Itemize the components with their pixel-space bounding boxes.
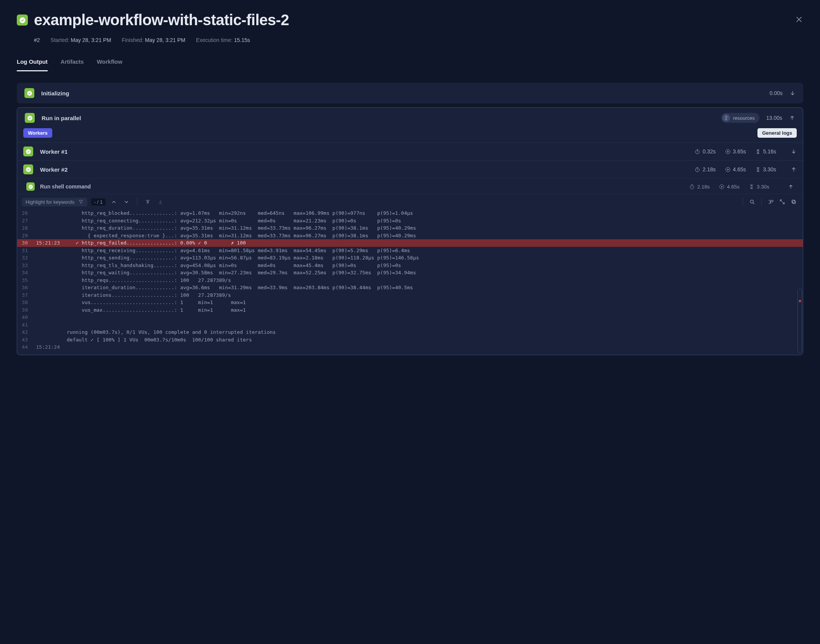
step-duration: 0.00s xyxy=(770,90,783,96)
step-run-in-parallel: Run in parallel 2 resources 13.00s Worke… xyxy=(17,107,803,355)
status-success-icon xyxy=(25,113,35,123)
collapse-icon[interactable] xyxy=(778,184,794,190)
status-success-icon xyxy=(17,14,28,26)
meta-bar: #2 Started: May 28, 3:21 PM Finished: Ma… xyxy=(17,37,803,43)
close-icon xyxy=(795,15,803,24)
expand-icon xyxy=(779,199,785,205)
highlight-keywords-input[interactable]: Highlight for keywords xyxy=(22,198,87,206)
metric-run-time: 4.65s xyxy=(725,166,746,172)
worker-title: Worker #1 xyxy=(40,148,688,155)
metric-total-time: 3.30s xyxy=(749,184,769,190)
worker-row[interactable]: Worker #10.32s3.65s5.16s xyxy=(17,142,803,160)
log-line: 32 http_req_sending...............: avg=… xyxy=(17,254,803,262)
search-page-indicator: - / 1 xyxy=(91,198,106,206)
page-title: example-workflow-with-static-files-2 xyxy=(34,11,289,29)
next-match-button[interactable] xyxy=(122,198,131,206)
metric-queue-time: 0.32s xyxy=(695,148,715,155)
worker-title: Worker #2 xyxy=(40,166,688,173)
stopwatch-icon xyxy=(689,184,695,190)
step-duration: 13.00s xyxy=(766,115,782,121)
metric-run-time: 4.65s xyxy=(719,184,740,190)
run-number: #2 xyxy=(34,37,40,43)
scroll-bottom-button[interactable] xyxy=(156,198,165,206)
metric-total-time: 5.16s xyxy=(755,148,776,155)
tab-bar: Log Output Artifacts Workflow xyxy=(17,58,803,71)
collapse-icon[interactable] xyxy=(789,115,795,121)
tab-artifacts[interactable]: Artifacts xyxy=(61,58,84,71)
log-line: 39 vus_max........................: 1 mi… xyxy=(17,306,803,314)
expand-icon[interactable] xyxy=(785,148,797,155)
hourglass-icon xyxy=(749,184,754,190)
log-line: 28 http_req_duration..............: avg=… xyxy=(17,224,803,232)
log-line: 3015:21:23 ✓ http_req_failed............… xyxy=(17,239,803,247)
fullscreen-button[interactable] xyxy=(778,197,787,206)
step-initializing[interactable]: Initializing 0.00s xyxy=(17,83,803,103)
log-line: 33 http_req_tls_handshaking.......: avg=… xyxy=(17,262,803,269)
metric-queue-time: 2.18s xyxy=(689,184,710,190)
tag-general-logs[interactable]: General logs xyxy=(757,128,797,138)
log-line: 40 xyxy=(17,314,803,321)
status-success-icon xyxy=(23,164,33,174)
resources-pill[interactable]: 2 resources xyxy=(721,113,759,123)
metric-run-time: 3.65s xyxy=(725,148,746,155)
search-icon xyxy=(749,199,755,205)
finished-time: May 28, 3:21 PM xyxy=(145,37,185,43)
play-icon xyxy=(725,149,731,155)
stopwatch-icon xyxy=(695,167,700,172)
prev-match-button[interactable] xyxy=(109,198,118,206)
log-line: 29 { expected_response:true }...: avg=35… xyxy=(17,232,803,240)
metric-queue-time: 2.18s xyxy=(695,166,715,172)
filter-icon xyxy=(78,199,84,204)
log-output[interactable]: 26 http_req_blocked...............: avg=… xyxy=(17,209,803,355)
scroll-top-button[interactable] xyxy=(143,198,152,206)
scrollbar-marker xyxy=(799,300,801,302)
play-icon xyxy=(719,184,725,190)
scrollbar-track[interactable] xyxy=(797,289,802,353)
log-line: 36 iteration_duration.............: avg=… xyxy=(17,284,803,291)
log-line: 26 http_req_blocked...............: avg=… xyxy=(17,209,803,217)
subtask-run-shell-command[interactable]: Run shell command 2.18s 4.65s 3.30s xyxy=(17,178,803,194)
log-line: 35 http_reqs......................: 100 … xyxy=(17,277,803,284)
hourglass-icon xyxy=(755,149,761,155)
status-success-icon xyxy=(26,182,35,191)
copy-button[interactable] xyxy=(789,197,798,206)
worker-row[interactable]: Worker #22.18s4.65s3.30s xyxy=(17,160,803,178)
play-icon xyxy=(725,167,731,172)
tab-workflow[interactable]: Workflow xyxy=(97,58,122,71)
search-button[interactable] xyxy=(748,197,757,206)
step-header[interactable]: Run in parallel 2 resources 13.00s xyxy=(17,108,803,128)
metric-total-time: 3.30s xyxy=(755,166,776,172)
tag-workers[interactable]: Workers xyxy=(23,128,52,138)
wrap-icon xyxy=(768,199,774,205)
log-line: 27 http_req_connecting............: avg=… xyxy=(17,217,803,225)
log-line: 38 vus............................: 1 mi… xyxy=(17,299,803,306)
status-success-icon xyxy=(23,147,33,156)
execution-time: 15.15s xyxy=(234,37,250,43)
hourglass-icon xyxy=(755,167,761,172)
stopwatch-icon xyxy=(695,149,700,155)
tab-log-output[interactable]: Log Output xyxy=(17,58,48,71)
started-time: May 28, 3:21 PM xyxy=(71,37,111,43)
wrap-lines-button[interactable] xyxy=(766,197,775,206)
log-line: 31 http_req_receiving.............: avg=… xyxy=(17,247,803,254)
collapse-icon[interactable] xyxy=(785,166,797,172)
status-success-icon xyxy=(24,88,34,98)
copy-icon xyxy=(791,199,797,205)
log-line: 43default ✓ [ 100% ] 1 VUs 00m03.7s/10m0… xyxy=(17,336,803,344)
log-line: 4415:21:24 xyxy=(17,343,803,351)
log-line: 37 iterations.....................: 100 … xyxy=(17,291,803,299)
log-line: 34 http_req_waiting...............: avg=… xyxy=(17,269,803,277)
close-button[interactable] xyxy=(795,15,803,24)
log-line: 42running (00m03.7s), 0/1 VUs, 100 compl… xyxy=(17,328,803,336)
log-toolbar: Highlight for keywords - / 1 xyxy=(17,194,803,209)
expand-icon[interactable] xyxy=(789,90,796,96)
log-line: 41 xyxy=(17,321,803,329)
